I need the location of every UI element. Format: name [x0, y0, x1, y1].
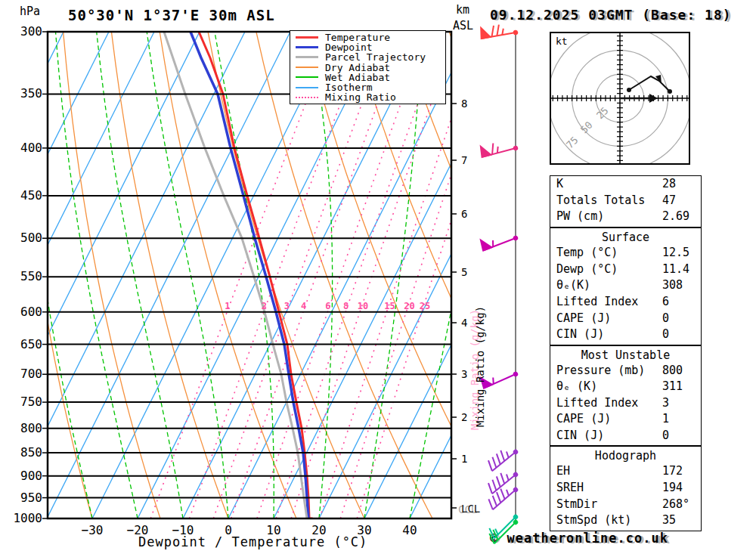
km-tick-label: 2 — [461, 411, 467, 423]
legend-swatch — [296, 46, 318, 48]
legend-swatch — [296, 97, 318, 98]
pressure-tick-label: 1000 — [12, 511, 42, 525]
pressure-tick-label: 750 — [12, 395, 42, 409]
temp-tick-label: 40 — [387, 523, 432, 537]
mixing-ratio-value-label: 20 — [404, 301, 414, 311]
pressure-tick-label: 300 — [12, 24, 42, 39]
pressure-tick-label: 850 — [12, 445, 42, 460]
km-tick-label: 7 — [461, 154, 467, 166]
temp-tick-label: 30 — [342, 523, 387, 537]
km-tick-label: 6 — [461, 208, 467, 220]
mixing-ratio-value-label: 3 — [284, 301, 290, 311]
pressure-tick-label: 600 — [12, 305, 42, 319]
legend-item: Parcel Trajectory — [290, 52, 445, 62]
legend-swatch — [296, 76, 318, 78]
legend-label: Temperature — [325, 32, 390, 42]
legend: TemperatureDewpointParcel TrajectoryDry … — [290, 30, 446, 104]
legend-item: Mixing Ratio — [290, 92, 445, 102]
mixing-ratio-value-label: 25 — [420, 301, 430, 311]
pressure-tick-label: 800 — [12, 421, 42, 435]
pressure-tick-label: 650 — [12, 337, 42, 351]
pressure-tick-label: 700 — [12, 367, 42, 381]
km-tick-label: 1 — [461, 453, 467, 465]
temp-tick-label: −10 — [160, 523, 206, 537]
mixing-ratio-axis-label: Mixing Ratio (g/kg) — [474, 306, 486, 427]
legend-item: Dewpoint — [290, 42, 445, 52]
legend-label: Dry Adiabat — [325, 63, 390, 73]
pressure-tick-label: 550 — [12, 269, 42, 283]
lcl-marker-label: LCL — [461, 503, 480, 515]
legend-swatch — [296, 67, 318, 68]
km-tick-label: 5 — [461, 266, 467, 278]
legend-label: Parcel Trajectory — [325, 52, 426, 62]
legend-swatch — [296, 36, 318, 39]
legend-item: Temperature — [290, 32, 445, 42]
wind-barb — [485, 442, 519, 473]
wind-barb — [479, 227, 519, 253]
km-tick-label: 8 — [461, 97, 467, 110]
legend-label: Isotherm — [325, 82, 373, 92]
pressure-tick-label: 950 — [12, 491, 42, 505]
legend-swatch — [296, 87, 318, 88]
legend-item: Isotherm — [290, 82, 445, 92]
pressure-tick-label: 450 — [12, 188, 42, 203]
pressure-tick-label: 400 — [12, 141, 42, 155]
wind-barb — [479, 22, 518, 41]
mixing-ratio-value-label: 8 — [343, 301, 349, 311]
mixing-ratio-value-label: 10 — [358, 301, 368, 311]
mixing-ratio-value-label: 2 — [262, 301, 267, 311]
legend-item: Wet Adiabat — [290, 73, 445, 82]
mixing-ratio-value-label: 1 — [225, 301, 230, 311]
pressure-tick-label: 500 — [12, 231, 42, 245]
pressure-tick-label: 350 — [12, 86, 42, 101]
mixing-ratio-value-label: 4 — [301, 301, 306, 311]
temp-tick-label: 0 — [206, 523, 251, 537]
mixing-ratio-value-label: 15 — [384, 301, 395, 311]
legend-swatch — [296, 56, 318, 58]
legend-label: Dewpoint — [325, 42, 373, 52]
legend-label: Mixing Ratio — [325, 92, 396, 102]
legend-label: Wet Adiabat — [325, 73, 390, 82]
pressure-tick-label: 900 — [12, 469, 42, 483]
temp-tick-label: 20 — [296, 523, 342, 537]
temp-tick-label: 10 — [251, 523, 296, 537]
wind-barb — [479, 138, 519, 159]
km-tick-label: 4 — [461, 317, 467, 329]
km-tick-label: 3 — [461, 368, 467, 380]
temp-tick-label: −30 — [70, 523, 115, 537]
mixing-ratio-value-label: 6 — [325, 301, 330, 311]
legend-item: Dry Adiabat — [290, 63, 445, 73]
temp-tick-label: −20 — [115, 523, 160, 537]
